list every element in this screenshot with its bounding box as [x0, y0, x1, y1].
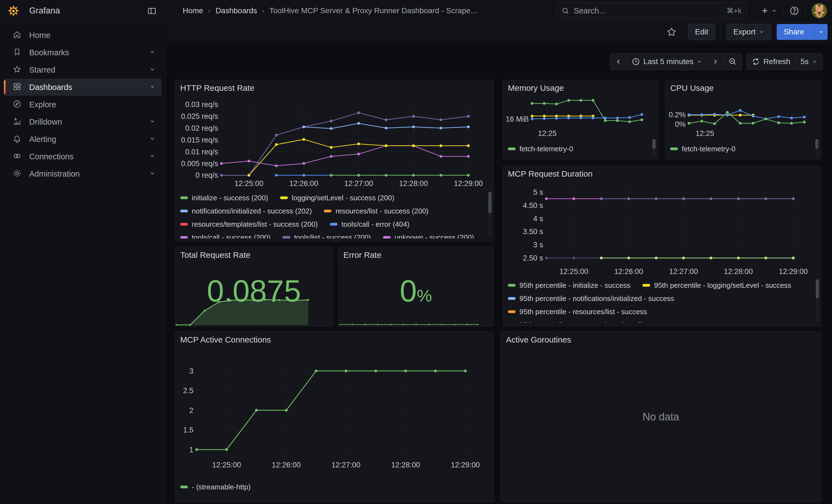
divider — [805, 5, 806, 16]
legend-item[interactable]: - (streamable-http) — [180, 483, 251, 492]
dashboard-action-bar: Edit Export Share — [166, 22, 832, 43]
panel-cpu-usage[interactable]: CPU Usage 0.2%0%12:25 fetch-telemetry-0 — [665, 80, 821, 160]
svg-text:0.005 req/s: 0.005 req/s — [181, 160, 218, 168]
legend-label: notifications/initialized - success (202… — [192, 207, 312, 215]
time-back-button[interactable] — [610, 53, 626, 70]
panel-memory-usage[interactable]: Memory Usage 16 MiB12:25 fetch-telemetry… — [503, 80, 658, 160]
legend-item[interactable]: fetch-telemetry-0 — [670, 145, 735, 153]
zoom-out-button[interactable] — [723, 53, 742, 70]
chevron-down-icon — [697, 59, 702, 64]
svg-text:12:25:00: 12:25:00 — [234, 179, 263, 188]
svg-text:12:29:00: 12:29:00 — [779, 267, 808, 276]
legend-label: resources/templates/list - success (200) — [192, 220, 318, 229]
top-header: Grafana Home›Dashboards›ToolHive MCP Ser… — [0, 0, 832, 22]
legend-label: 95th percentile - resources/list - succe… — [519, 308, 647, 316]
sidebar-item-label: Starred — [29, 65, 142, 75]
refresh-interval-picker[interactable]: 5s — [795, 53, 822, 70]
svg-text:1: 1 — [189, 446, 193, 454]
add-button[interactable] — [760, 6, 777, 15]
legend-color-pill — [508, 310, 516, 313]
svg-text:12:27:00: 12:27:00 — [344, 179, 373, 188]
sidebar-item-drilldown[interactable]: Drilldown — [4, 113, 161, 130]
sidebar-item-dashboards[interactable]: Dashboards — [4, 79, 161, 96]
total-request-rate-value: 0.0875 — [175, 247, 333, 326]
panel-total-request-rate[interactable]: Total Request Rate 0.0875 — [175, 247, 333, 326]
panel-error-rate[interactable]: Error Rate 0% — [338, 247, 494, 326]
svg-text:12:25:00: 12:25:00 — [212, 461, 241, 469]
legend-scrollbar[interactable] — [815, 138, 818, 157]
sidebar-item-bookmarks[interactable]: Bookmarks — [4, 44, 161, 61]
svg-text:0%: 0% — [675, 120, 686, 129]
plug-icon — [12, 152, 22, 161]
chevron-down-icon[interactable] — [149, 153, 155, 160]
cpu-usage-chart: 0.2%0%12:25 — [667, 94, 816, 137]
edit-button[interactable]: Edit — [688, 24, 715, 40]
favorite-star-icon[interactable] — [666, 27, 677, 37]
sidebar-item-home[interactable]: Home — [4, 27, 161, 44]
sidebar-item-alerting[interactable]: Alerting — [4, 131, 161, 148]
chevron-down-icon[interactable] — [149, 170, 155, 178]
search-input[interactable]: Search... ⌘+k — [556, 2, 747, 19]
legend-item[interactable]: 95th percentile - notifications/initiali… — [508, 294, 674, 303]
refresh-button[interactable]: Refresh — [747, 53, 795, 70]
legend-label: fetch-telemetry-0 — [682, 145, 735, 153]
avatar[interactable] — [812, 3, 827, 19]
legend-item[interactable]: initialize - success (200) — [180, 194, 268, 202]
time-forward-button[interactable] — [707, 53, 723, 70]
svg-text:4 s: 4 s — [533, 215, 543, 223]
chevron-down-icon[interactable] — [149, 66, 155, 74]
chevron-down-icon[interactable] — [149, 49, 155, 56]
panel-http-request-rate[interactable]: HTTP Request Rate 0.03 req/s0.025 req/s0… — [175, 80, 494, 242]
legend-item[interactable]: 95th percentile - initialize - success — [508, 281, 630, 290]
chevron-down-icon[interactable] — [149, 84, 155, 91]
legend-item[interactable]: logging/setLevel - success (200) — [280, 194, 394, 202]
sidebar-item-explore[interactable]: Explore — [4, 96, 161, 113]
svg-text:12:25:00: 12:25:00 — [560, 267, 588, 276]
svg-text:16 MiB: 16 MiB — [506, 115, 529, 123]
svg-text:3 s: 3 s — [533, 241, 543, 249]
legend-item[interactable]: notifications/initialized - success (202… — [180, 207, 312, 215]
legend-item[interactable]: 95th percentile - logging/setLevel - suc… — [643, 281, 791, 290]
svg-text:0.015 req/s: 0.015 req/s — [181, 136, 218, 144]
clock-icon — [632, 57, 640, 66]
breadcrumb-item[interactable]: Home — [183, 6, 203, 15]
share-menu-caret[interactable] — [814, 24, 827, 39]
legend-item[interactable]: tools/list - success (200) — [283, 233, 371, 239]
export-button[interactable]: Export — [726, 24, 771, 40]
time-range-picker[interactable]: Last 5 minutes — [626, 53, 707, 70]
legend-item[interactable]: 95th percentile - resources/list - succe… — [508, 308, 647, 316]
legend-item[interactable]: resources/list - success (200) — [324, 207, 428, 215]
chevron-down-icon[interactable] — [149, 118, 155, 126]
breadcrumb: Home›Dashboards›ToolHive MCP Server & Pr… — [183, 0, 477, 22]
legend-color-pill — [280, 196, 288, 199]
legend-item[interactable]: unknown - success (200) — [383, 233, 474, 239]
legend-item[interactable]: tools/call - success (200) — [180, 233, 270, 239]
panel-mcp-request-duration[interactable]: MCP Request Duration 5 s4.50 s4 s3.50 s3… — [503, 166, 821, 326]
legend-scrollbar[interactable] — [816, 279, 819, 322]
zoom-out-icon — [729, 57, 737, 66]
sidebar-item-administration[interactable]: Administration — [4, 165, 161, 182]
breadcrumb-item[interactable]: Dashboards — [215, 6, 257, 15]
legend-scrollbar[interactable] — [652, 138, 656, 157]
sidebar-item-starred[interactable]: Starred — [4, 61, 161, 78]
legend-item[interactable]: resources/templates/list - success (200) — [180, 220, 318, 229]
legend-item[interactable]: tools/call - error (404) — [330, 220, 409, 229]
legend-item[interactable]: fetch-telemetry-0 — [508, 145, 573, 153]
help-icon[interactable] — [789, 6, 799, 16]
chevron-down-icon[interactable] — [149, 136, 155, 143]
sidebar-item-connections[interactable]: Connections — [4, 148, 161, 165]
legend-color-pill — [180, 236, 188, 239]
legend-scrollbar[interactable] — [488, 191, 492, 237]
legend-label: unknown - success (200) — [394, 233, 474, 239]
svg-text:12:28:00: 12:28:00 — [399, 179, 428, 188]
legend-item[interactable]: 95th percentile - resources/templates/li… — [508, 321, 680, 323]
sidebar-toggle-icon[interactable] — [147, 6, 157, 16]
star-icon — [12, 65, 22, 75]
bell-icon — [12, 134, 22, 144]
time-controls: Last 5 minutes Refresh 5s — [610, 53, 823, 70]
panel-active-goroutines[interactable]: Active Goroutines No data — [501, 331, 821, 502]
svg-text:3.50 s: 3.50 s — [523, 228, 543, 236]
panel-mcp-active-connections[interactable]: MCP Active Connections 32.521.5112:25:00… — [175, 331, 494, 502]
sidebar: HomeBookmarksStarredDashboardsExploreDri… — [0, 0, 166, 504]
share-button[interactable]: Share — [777, 24, 828, 40]
